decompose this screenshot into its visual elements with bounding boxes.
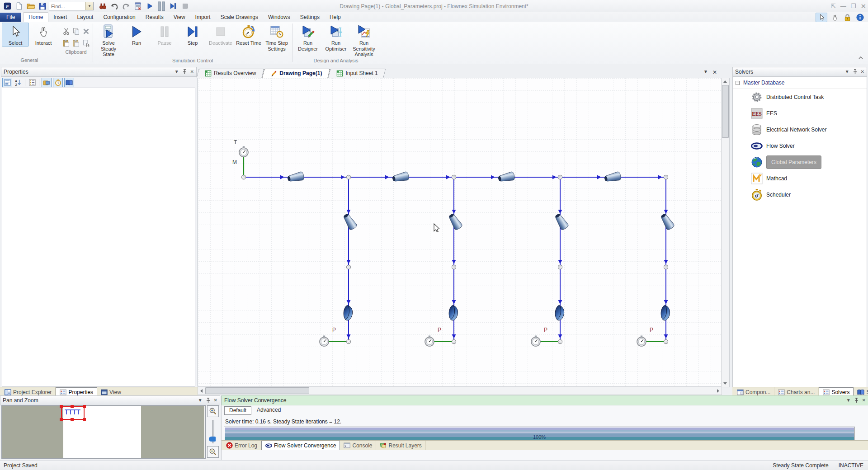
solver-item-electrical-network-solver[interactable]: Electrical Network Solver	[733, 122, 867, 138]
document-tab-results-overview[interactable]: Results Overview	[198, 69, 263, 78]
pan-zoom-thumbnail[interactable]	[1, 405, 206, 459]
menu-tab-insert[interactable]: Insert	[48, 13, 72, 22]
menu-tab-configuration[interactable]: Configuration	[98, 13, 140, 22]
scroll-right-arrow[interactable]	[717, 389, 719, 393]
zoom-slider-thumb[interactable]	[209, 437, 216, 442]
stopwatch-small-icon[interactable]	[53, 78, 63, 87]
menu-tab-scale-drawings[interactable]: Scale Drawings	[216, 13, 263, 22]
flow-node[interactable]	[558, 340, 562, 344]
panel-menu-icon[interactable]: ▼	[175, 70, 179, 74]
dock-tab-console[interactable]: Console	[340, 441, 376, 450]
run-button[interactable]: Run	[123, 23, 150, 46]
pin-icon[interactable]	[182, 69, 187, 75]
flow-node[interactable]	[452, 175, 456, 179]
tab-list-icon[interactable]: ▼	[703, 69, 708, 75]
copy-icon[interactable]	[72, 28, 80, 35]
pin-icon[interactable]	[854, 398, 859, 403]
run-optimiser-button[interactable]: Run Optimiser	[322, 23, 349, 52]
interact-mode-icon[interactable]	[829, 13, 840, 22]
network-diagram[interactable]: TMPPPP	[198, 78, 722, 387]
new-document-icon[interactable]	[14, 2, 24, 11]
panel-menu-icon[interactable]: ▼	[198, 398, 203, 403]
menu-tab-file[interactable]: File	[0, 13, 21, 22]
document-tab-input-sheet-1[interactable]: Input Sheet 1	[329, 69, 385, 78]
paste-special-icon[interactable]	[72, 39, 80, 47]
dock-tab-result-layers[interactable]: Result Layers	[376, 441, 425, 450]
menu-tab-results[interactable]: Results	[141, 13, 169, 22]
ribbon-collapse-chevron[interactable]	[858, 56, 863, 60]
run-sensitivity-analysis-button[interactable]: Run Sensitivity Analysis	[350, 23, 377, 57]
step-button[interactable]: Step	[179, 23, 206, 46]
convergence-tab-default[interactable]: Default	[224, 406, 251, 415]
zoom-out-button[interactable]	[207, 446, 219, 458]
tree-root-master-database[interactable]: Master Database	[733, 77, 867, 89]
close-icon[interactable]: ✕	[862, 398, 866, 403]
scroll-left-arrow[interactable]	[200, 389, 203, 393]
find-combobox[interactable]: ▼	[49, 2, 94, 10]
flow-node[interactable]	[452, 340, 456, 344]
dock-tab-flow-solver-convergence[interactable]: Flow Solver Convergence	[261, 441, 340, 450]
help-info-icon[interactable]	[854, 13, 865, 22]
panel-menu-icon[interactable]: ▼	[846, 398, 851, 403]
properties-content[interactable]	[2, 88, 195, 386]
flow-node[interactable]	[664, 265, 668, 269]
time-step-settings-button[interactable]: Time Step Settings	[263, 23, 290, 52]
flow-node[interactable]	[664, 175, 668, 179]
pause-icon[interactable]	[157, 2, 166, 11]
menu-tab-help[interactable]: Help	[325, 13, 346, 22]
lock-icon[interactable]	[842, 13, 853, 22]
flow-node[interactable]	[347, 265, 351, 269]
snapshot-icon[interactable]	[42, 78, 52, 87]
step-forward-icon[interactable]	[169, 2, 178, 11]
pause-button[interactable]: Pause	[151, 23, 178, 46]
solver-item-scheduler[interactable]: Scheduler	[733, 187, 867, 203]
pin-icon[interactable]	[206, 398, 211, 403]
find-dropdown-arrow[interactable]: ▼	[85, 2, 93, 10]
zoom-in-button[interactable]	[207, 405, 219, 417]
minimize-button[interactable]: —	[840, 3, 846, 9]
play-icon[interactable]	[145, 2, 154, 11]
document-tab-drawing-page-1-[interactable]: Drawing Page(1)	[263, 69, 329, 78]
solver-item-global-parameters[interactable]: Global Parameters	[733, 154, 867, 170]
zoom-slider[interactable]	[206, 417, 220, 446]
horizontal-scroll-thumb[interactable]	[205, 387, 309, 394]
viewport-rectangle[interactable]	[61, 406, 85, 420]
flownex-logo-icon[interactable]: F	[3, 2, 12, 11]
categorized-icon[interactable]	[2, 78, 12, 87]
open-project-icon[interactable]	[26, 2, 35, 11]
stop-icon[interactable]	[180, 2, 189, 11]
list-icon[interactable]	[28, 78, 37, 87]
vertical-scrollbar[interactable]	[721, 78, 730, 387]
menu-tab-windows[interactable]: Windows	[263, 13, 295, 22]
reset-time-button[interactable]: Reset Time	[235, 23, 262, 46]
run-designer-button[interactable]: Run Designer	[294, 23, 321, 52]
paste-icon[interactable]	[62, 39, 70, 47]
solver-item-flow-solver[interactable]: Flow Solver	[733, 138, 867, 154]
close-icon[interactable]: ✕	[190, 70, 194, 74]
redo-icon[interactable]	[122, 2, 131, 11]
panel-toggle-icon[interactable]: ⇱	[831, 3, 836, 9]
duplicate-icon[interactable]	[82, 39, 90, 47]
menu-tab-import[interactable]: Import	[190, 13, 216, 22]
horizontal-scrollbar[interactable]	[198, 386, 722, 395]
convergence-tab-advanced[interactable]: Advanced	[252, 406, 285, 415]
flow-node[interactable]	[452, 265, 456, 269]
close-icon[interactable]: ✕	[214, 398, 217, 403]
flow-node[interactable]	[558, 265, 562, 269]
deactivate-button[interactable]: Deactivate	[207, 23, 234, 46]
tab-close-icon[interactable]: ✕	[712, 69, 717, 75]
menu-tab-view[interactable]: View	[169, 13, 190, 22]
solver-item-mathcad[interactable]: Mathcad	[733, 170, 867, 187]
menu-tab-settings[interactable]: Settings	[295, 13, 325, 22]
flow-node[interactable]	[664, 340, 668, 344]
flow-node[interactable]	[242, 175, 246, 179]
menu-tab-layout[interactable]: Layout	[72, 13, 98, 22]
drawing-canvas[interactable]: TMPPPP	[198, 78, 722, 387]
search-binoculars-icon[interactable]	[98, 2, 107, 11]
select-button[interactable]: Select	[2, 23, 29, 47]
flow-node[interactable]	[347, 340, 351, 344]
solver-item-distributed-control-task[interactable]: Distributed Control Task	[733, 89, 867, 105]
delete-icon[interactable]	[83, 28, 90, 35]
cut-icon[interactable]	[62, 28, 70, 35]
flow-node[interactable]	[347, 175, 351, 179]
